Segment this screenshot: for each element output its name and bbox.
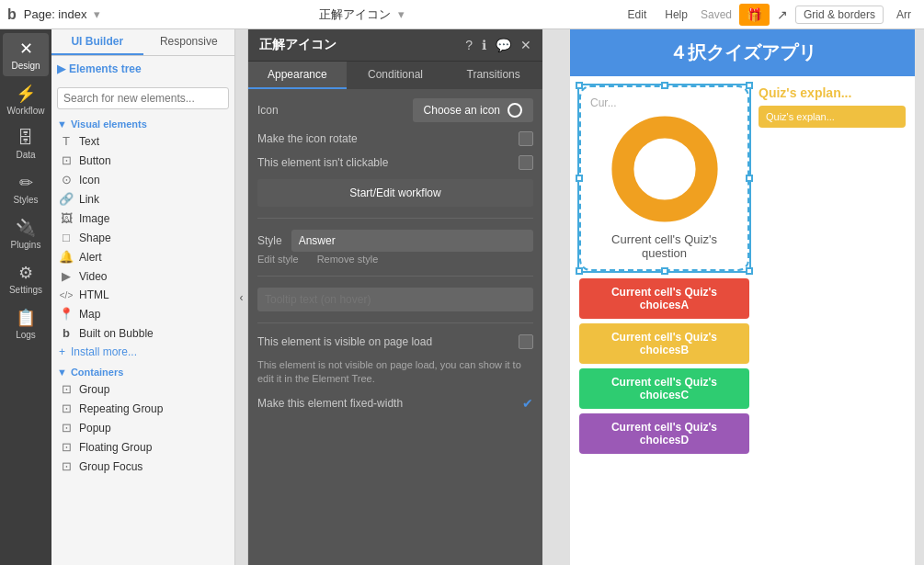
sidebar-item-workflow[interactable]: ⚡ Workflow: [3, 78, 49, 121]
props-title: 正解アイコン: [259, 37, 337, 53]
element-builtonbubble[interactable]: bBuilt on Bubble: [51, 323, 234, 343]
plugins-icon: 🔌: [16, 218, 36, 238]
center-arrow[interactable]: ▾: [398, 7, 405, 21]
style-select[interactable]: Answer: [291, 230, 533, 252]
remove-style-link[interactable]: Remove style: [317, 254, 379, 265]
sidebar-item-design[interactable]: ✕ Design: [3, 33, 49, 76]
center-label: 正解アイコン: [319, 6, 391, 23]
install-more-button[interactable]: + Install more...: [51, 343, 234, 361]
tab-responsive[interactable]: Responsive: [143, 29, 235, 55]
visible-checkbox[interactable]: [519, 334, 533, 349]
sidebar-item-logs[interactable]: 📋 Logs: [3, 302, 49, 345]
tab-transitions[interactable]: Transitions: [444, 62, 542, 89]
handle-middle-right[interactable]: [746, 175, 753, 182]
html-icon: </>: [59, 290, 74, 300]
element-floating-group[interactable]: ⊡Floating Group: [51, 437, 234, 457]
arr-button[interactable]: Arr: [891, 6, 917, 23]
quiz-choices: Current cell's Quiz's choicesA Current c…: [579, 278, 749, 454]
element-shape[interactable]: □Shape: [51, 228, 234, 247]
sidebar-icons: ✕ Design ⚡ Workflow 🗄 Data ✏ Styles 🔌 Pl…: [0, 29, 51, 565]
element-icon[interactable]: ⊙Icon: [51, 170, 234, 189]
style-section: Style Answer Edit style Remove style: [257, 230, 533, 265]
page-arrow[interactable]: ▾: [94, 7, 100, 21]
handle-bottom-right[interactable]: [746, 267, 753, 275]
rotate-checkbox[interactable]: [519, 131, 533, 146]
chevron-down-icon: ▶: [57, 62, 65, 75]
close-icon[interactable]: ✕: [520, 38, 531, 52]
tab-conditional[interactable]: Conditional: [347, 62, 445, 89]
sidebar-item-plugins[interactable]: 🔌 Plugins: [3, 212, 49, 255]
element-html[interactable]: </>HTML: [51, 286, 234, 304]
properties-panel: 正解アイコン ? ℹ 💬 ✕ Appearance Conditional Tr…: [248, 29, 542, 565]
props-body: Icon Choose an icon Make the icon rotate…: [248, 89, 542, 420]
start-edit-workflow-button[interactable]: Start/Edit workflow: [257, 179, 533, 207]
handle-middle-left[interactable]: [576, 175, 583, 182]
text-icon: T: [59, 134, 74, 148]
element-alert[interactable]: 🔔Alert: [51, 247, 234, 266]
help-button[interactable]: Help: [659, 6, 693, 23]
element-link[interactable]: 🔗Link: [51, 189, 234, 209]
element-text[interactable]: TText: [51, 131, 234, 151]
not-clickable-checkbox[interactable]: [519, 155, 533, 170]
page-title[interactable]: Page: index: [24, 7, 87, 21]
style-actions: Edit style Remove style: [257, 254, 533, 265]
element-image[interactable]: 🖼Image: [51, 209, 234, 228]
tab-appearance[interactable]: Appearance: [248, 62, 347, 89]
settings-icon: ⚙: [18, 263, 33, 283]
choice-a: Current cell's Quiz's choicesA: [579, 278, 749, 319]
map-icon: 📍: [59, 307, 74, 321]
edit-button[interactable]: Edit: [622, 6, 653, 23]
style-row: Style Answer: [257, 230, 533, 252]
sidebar-item-data[interactable]: 🗄 Data: [3, 123, 49, 165]
info-icon[interactable]: ℹ: [482, 38, 486, 52]
search-input[interactable]: [57, 87, 229, 109]
element-video[interactable]: ▶Video: [51, 266, 234, 286]
design-icon: ✕: [19, 39, 33, 59]
chevron-down-icon-containers: ▼: [57, 367, 67, 378]
icon-icon: ⊙: [59, 173, 74, 186]
quiz-right: Quiz's explan... Quiz's explan...: [759, 85, 906, 556]
make-rotate-row: Make the icon rotate: [257, 131, 533, 146]
canvas[interactable]: ４択クイズアプリ: [542, 29, 924, 565]
props-header-icons: ? ℹ 💬 ✕: [465, 38, 531, 52]
fixed-width-checkmark: ✔: [522, 396, 533, 411]
quiz-title: ４択クイズアプリ: [570, 29, 915, 76]
image-icon: 🖼: [59, 211, 74, 225]
topbar: b Page: index ▾ 正解アイコン ▾ Edit Help Saved…: [0, 0, 924, 29]
elements-tree-toggle[interactable]: ▶ Elements tree: [57, 60, 229, 78]
element-group-focus[interactable]: ⊡Group Focus: [51, 457, 234, 476]
handle-top-middle[interactable]: [661, 82, 668, 89]
sidebar-item-styles[interactable]: ✏ Styles: [3, 167, 49, 210]
sidebar-item-settings[interactable]: ⚙ Settings: [3, 257, 49, 300]
element-map[interactable]: 📍Map: [51, 304, 234, 323]
visual-elements-header: ▼ Visual elements: [51, 115, 234, 131]
grid-borders-button[interactable]: Grid & borders: [795, 6, 884, 24]
donut-svg: [610, 114, 720, 224]
comment-icon[interactable]: 💬: [496, 38, 511, 52]
help-icon[interactable]: ?: [465, 38, 473, 52]
props-header: 正解アイコン ? ℹ 💬 ✕: [248, 29, 542, 62]
handle-bottom-middle[interactable]: [661, 267, 668, 275]
group-focus-icon: ⊡: [59, 459, 74, 473]
handle-top-left[interactable]: [576, 82, 583, 89]
circle-icon: [508, 103, 522, 118]
collapse-panel-button[interactable]: ‹: [235, 29, 248, 565]
chevron-down-icon-visual: ▼: [57, 119, 67, 130]
element-button[interactable]: ⊡Button: [51, 151, 234, 170]
explain-box: Quiz's explan...: [759, 106, 906, 128]
element-group[interactable]: ⊡Group: [51, 379, 234, 399]
floating-group-icon: ⊡: [59, 440, 74, 454]
fixed-width-row: Make this element fixed-width ✔: [257, 396, 533, 411]
tab-ui-builder[interactable]: UI Builder: [51, 29, 143, 55]
tooltip-input[interactable]: [257, 288, 533, 311]
choose-icon-button[interactable]: Choose an icon: [413, 98, 533, 122]
element-repeating-group[interactable]: ⊡Repeating Group: [51, 399, 234, 418]
element-popup[interactable]: ⊡Popup: [51, 418, 234, 437]
quiz-preview: ４択クイズアプリ: [570, 29, 915, 565]
handle-bottom-left[interactable]: [576, 267, 583, 275]
edit-style-link[interactable]: Edit style: [257, 254, 299, 265]
main-layout: ✕ Design ⚡ Workflow 🗄 Data ✏ Styles 🔌 Pl…: [0, 29, 924, 565]
workflow-icon: ⚡: [16, 84, 36, 104]
handle-top-right[interactable]: [746, 82, 753, 89]
quiz-question: Current cell's Quiz's question: [590, 232, 738, 260]
